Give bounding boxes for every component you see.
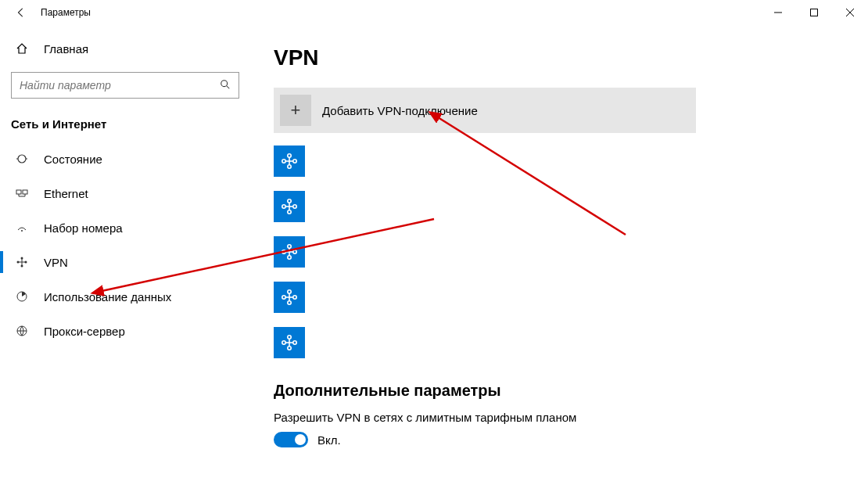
svg-point-44 [288, 290, 291, 293]
titlebar: Параметры [0, 0, 868, 25]
svg-point-33 [288, 210, 291, 214]
vpn-connection-item[interactable] [274, 327, 305, 358]
svg-point-36 [282, 250, 285, 253]
svg-point-24 [282, 160, 285, 163]
svg-point-45 [288, 301, 291, 304]
svg-point-37 [293, 250, 296, 253]
svg-point-49 [293, 341, 296, 344]
main-content: VPN + Добавить VPN-подключение Дополните… [250, 25, 868, 485]
vpn-connection-item[interactable] [274, 236, 305, 268]
toggle-label: Вкл. [317, 433, 341, 447]
nav-item-dialup[interactable]: Набор номера [0, 210, 250, 245]
svg-point-42 [282, 296, 285, 299]
nav-label: Прокси-сервер [44, 325, 125, 338]
svg-point-31 [293, 205, 296, 208]
minimize-button[interactable] [760, 0, 796, 25]
svg-point-14 [21, 230, 23, 232]
section-header: Сеть и Интернет [0, 110, 250, 142]
nav-label: VPN [44, 256, 68, 269]
svg-rect-1 [811, 9, 818, 16]
svg-rect-9 [16, 190, 21, 194]
sidebar: Главная Сеть и Интернет Состояние Ethern… [0, 25, 250, 485]
svg-point-4 [221, 80, 228, 86]
add-vpn-label: Добавить VPN-подключение [322, 104, 478, 117]
vpn-metered-toggle[interactable] [274, 432, 308, 447]
nav-label: Состояние [44, 153, 102, 166]
search-input[interactable] [20, 79, 220, 92]
proxy-icon [14, 325, 30, 337]
close-button[interactable] [832, 0, 868, 25]
page-title: VPN [274, 45, 845, 70]
svg-point-32 [288, 199, 291, 203]
toggle-row: Вкл. [274, 432, 845, 447]
home-label: Главная [44, 42, 88, 56]
nav-label: Использование данных [44, 290, 171, 304]
svg-point-38 [288, 245, 291, 248]
window-title: Параметры [41, 7, 91, 18]
nav-item-datausage[interactable]: Использование данных [0, 279, 250, 314]
svg-point-43 [293, 296, 296, 299]
vpn-connection-item[interactable] [274, 191, 305, 222]
datausage-icon [14, 290, 30, 303]
svg-point-50 [288, 336, 291, 339]
svg-point-30 [282, 205, 285, 208]
nav-label: Набор номера [44, 221, 123, 235]
back-button[interactable] [14, 5, 28, 20]
search-box[interactable] [11, 72, 239, 99]
svg-line-5 [227, 85, 230, 88]
nav-item-ethernet[interactable]: Ethernet [0, 176, 250, 210]
advanced-desc: Разрешить VPN в сетях с лимитным тарифны… [274, 411, 845, 424]
plus-icon: + [280, 95, 311, 126]
nav-item-status[interactable]: Состояние [0, 142, 250, 176]
vpn-connections-list [274, 146, 845, 358]
nav-label: Ethernet [44, 187, 88, 200]
svg-point-48 [282, 341, 285, 344]
advanced-section-title: Дополнительные параметры [274, 382, 845, 400]
nav-item-vpn[interactable]: VPN [0, 245, 250, 279]
home-icon [14, 42, 30, 55]
vpn-connection-item[interactable] [274, 146, 305, 177]
vpn-icon [14, 256, 30, 268]
search-icon [220, 79, 232, 92]
svg-point-27 [288, 165, 291, 168]
window-controls [760, 0, 868, 25]
status-icon [14, 153, 30, 165]
maximize-button[interactable] [796, 0, 832, 25]
svg-point-26 [288, 154, 291, 157]
svg-point-25 [293, 160, 296, 163]
nav-item-proxy[interactable]: Прокси-сервер [0, 314, 250, 348]
svg-point-6 [18, 155, 26, 163]
add-vpn-button[interactable]: + Добавить VPN-подключение [274, 88, 696, 133]
vpn-connection-item[interactable] [274, 282, 305, 313]
ethernet-icon [14, 187, 30, 199]
dialup-icon [14, 221, 30, 234]
svg-rect-10 [23, 190, 27, 194]
svg-point-39 [288, 256, 291, 259]
home-link[interactable]: Главная [0, 33, 250, 64]
svg-point-51 [288, 347, 291, 350]
